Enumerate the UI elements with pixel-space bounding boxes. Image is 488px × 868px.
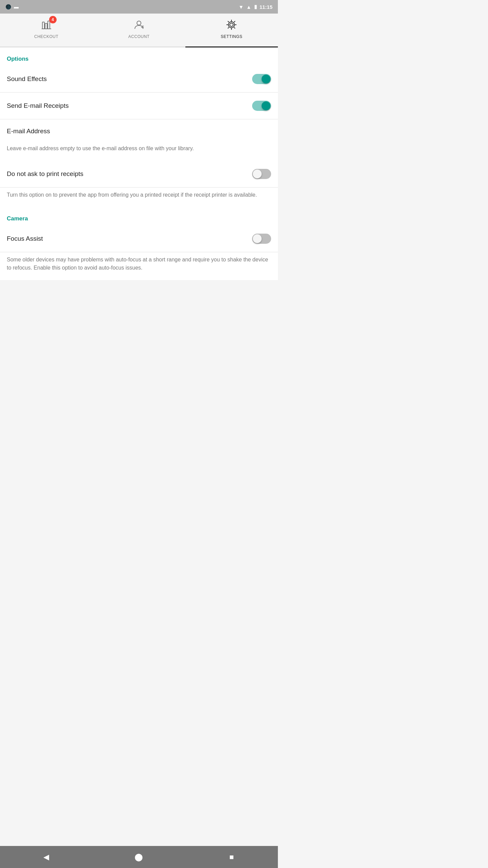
camera-header: Camera: [0, 207, 278, 225]
focus-assist-knob: [253, 234, 262, 243]
focus-assist-toggle[interactable]: [252, 234, 271, 244]
tab-checkout-icon-wrap: 4: [40, 19, 53, 32]
sound-effects-label: Sound Effects: [7, 75, 47, 83]
no-print-knob: [253, 170, 262, 178]
wifi-icon: ▼: [239, 4, 244, 10]
tab-settings-icon-wrap: [225, 19, 238, 32]
no-print-description: Turn this option on to prevent the app f…: [0, 188, 278, 207]
send-email-knob: [262, 101, 270, 110]
tab-settings[interactable]: SETTINGS: [185, 14, 278, 46]
options-header: Options: [0, 47, 278, 66]
svg-point-7: [230, 23, 233, 26]
tab-checkout[interactable]: 4 CHECKOUT: [0, 14, 93, 46]
tab-checkout-label: CHECKOUT: [34, 34, 58, 39]
sound-effects-knob: [262, 75, 270, 83]
status-bar: 🌑 ▬ ▼ ▲ ▮ 11:15: [0, 0, 278, 14]
tab-account-icon-wrap: [133, 19, 145, 32]
svg-point-8: [228, 22, 235, 28]
sound-effects-row: Sound Effects: [0, 66, 278, 93]
svg-point-4: [137, 21, 141, 25]
checkout-badge: 4: [49, 16, 57, 23]
tab-bar: 4 CHECKOUT ACCOUNT SETTINGS: [0, 14, 278, 47]
camera-section: Camera Focus Assist Some older devices m…: [0, 207, 278, 280]
svg-rect-2: [48, 21, 50, 29]
no-print-label: Do not ask to print receipts: [7, 170, 83, 178]
status-bar-left: 🌑 ▬: [5, 4, 19, 9]
signal-icon: ▲: [246, 4, 251, 10]
no-print-row: Do not ask to print receipts: [0, 161, 278, 188]
email-address-row: E-mail Address: [0, 119, 278, 141]
tab-account-label: ACCOUNT: [128, 34, 150, 39]
svg-rect-0: [42, 22, 44, 29]
battery-icon: ▮: [254, 4, 257, 10]
email-address-description: Leave e-mail address empty to use the e-…: [0, 141, 278, 161]
account-icon: [133, 19, 145, 31]
sim-icon: 🌑: [5, 4, 11, 9]
main-content: Options Sound Effects Send E-mail Receip…: [0, 47, 278, 280]
tab-settings-label: SETTINGS: [221, 34, 242, 39]
sound-effects-toggle[interactable]: [252, 74, 271, 84]
focus-assist-label: Focus Assist: [7, 235, 43, 242]
email-address-label: E-mail Address: [7, 127, 271, 135]
send-email-toggle[interactable]: [252, 101, 271, 111]
svg-rect-1: [45, 23, 47, 29]
send-email-label: Send E-mail Receipts: [7, 102, 69, 110]
send-email-row: Send E-mail Receipts: [0, 93, 278, 119]
options-section: Options Sound Effects Send E-mail Receip…: [0, 47, 278, 207]
tab-account[interactable]: ACCOUNT: [93, 14, 185, 46]
no-print-toggle[interactable]: [252, 169, 271, 179]
notification-icon: ▬: [14, 4, 19, 9]
focus-assist-description: Some older devices may have problems wit…: [0, 252, 278, 280]
clock: 11:15: [260, 4, 272, 10]
settings-icon: [225, 19, 238, 31]
focus-assist-row: Focus Assist: [0, 225, 278, 252]
status-bar-right: ▼ ▲ ▮ 11:15: [239, 4, 272, 10]
